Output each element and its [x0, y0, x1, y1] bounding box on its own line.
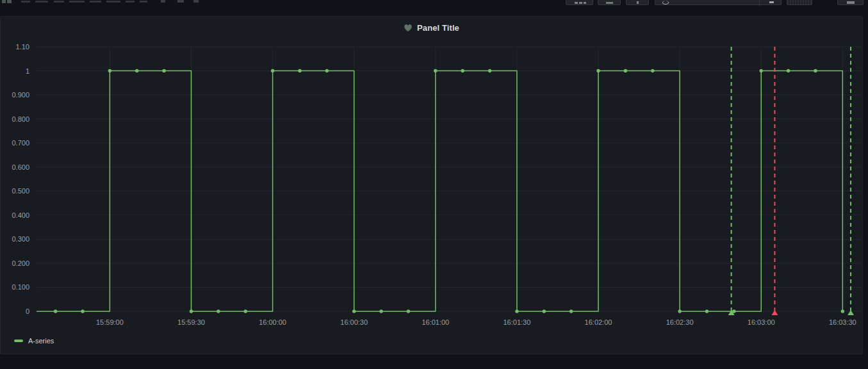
y-tick-label: 1 [0, 67, 29, 76]
chart-canvas[interactable] [0, 0, 868, 369]
y-tick-label: 0.900 [0, 90, 29, 99]
y-tick-label: 0.600 [0, 163, 29, 172]
y-tick-label: 0.200 [0, 259, 29, 268]
x-tick-label: 16:02:30 [658, 318, 701, 327]
x-tick-label: 16:02:00 [577, 318, 620, 327]
grafana-dashboard-view: Panel Title A-series 1.1010.9000.8000.70… [0, 0, 868, 369]
y-tick-label: 1.10 [0, 42, 29, 51]
y-tick-label: 0.100 [0, 283, 29, 291]
x-tick-label: 16:03:30 [821, 318, 864, 327]
legend-color-swatch [14, 340, 23, 342]
y-tick-label: 0 [0, 307, 29, 316]
x-tick-label: 16:03:00 [739, 318, 783, 327]
y-tick-label: 0.800 [0, 115, 29, 124]
y-tick-label: 0.700 [0, 138, 29, 147]
y-tick-label: 0.500 [0, 186, 29, 195]
y-tick-label: 0.300 [0, 234, 29, 243]
x-tick-label: 16:00:00 [251, 318, 295, 327]
x-tick-label: 15:59:30 [170, 318, 213, 327]
y-tick-label: 0.400 [0, 211, 29, 220]
legend-item-a-series[interactable]: A-series [14, 337, 54, 345]
x-tick-label: 15:59:00 [88, 318, 131, 327]
legend-label: A-series [28, 337, 54, 345]
x-tick-label: 16:00:30 [332, 318, 376, 327]
x-tick-label: 16:01:00 [414, 318, 457, 327]
x-tick-label: 16:01:30 [495, 318, 539, 327]
